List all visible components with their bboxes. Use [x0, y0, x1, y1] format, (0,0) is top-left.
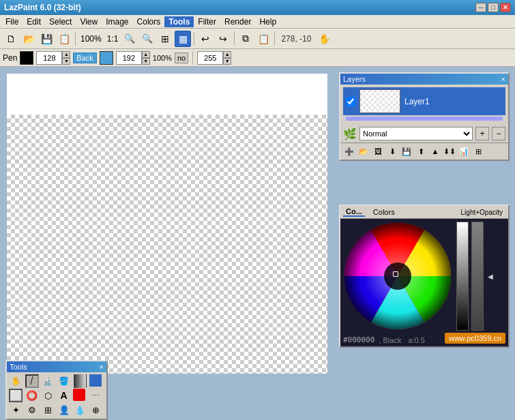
menu-select[interactable]: Select	[45, 16, 76, 27]
layer-zoom-out[interactable]: −	[492, 127, 505, 140]
layer-triangle-button[interactable]: ▲	[428, 145, 442, 158]
layers-list: Layer1	[340, 85, 508, 125]
layer-image-button[interactable]: 🖼	[371, 145, 385, 158]
layer-merge-button[interactable]: ⬇⬇	[443, 145, 456, 158]
close-button[interactable]: ✕	[500, 3, 511, 12]
layer-opacity-bar	[346, 117, 503, 121]
layer-up-button[interactable]: ⬆	[414, 145, 428, 158]
menu-view[interactable]: View	[76, 16, 102, 27]
canvas-white-top	[7, 74, 327, 115]
menu-render[interactable]: Render	[220, 16, 255, 27]
hand-tool[interactable]: ✋	[9, 374, 23, 388]
rect-select-tool[interactable]: ⬜	[9, 389, 23, 402]
pen-size-input[interactable]: 128	[36, 51, 62, 65]
color-pick-tool[interactable]	[89, 374, 102, 387]
pen-color-swatch[interactable]	[20, 51, 33, 65]
layer-save-button[interactable]: 💾	[400, 145, 413, 158]
open-button[interactable]: 📂	[20, 31, 37, 47]
transform-tool[interactable]: ⊕	[89, 403, 103, 417]
menu-tools[interactable]: Tools	[164, 16, 194, 27]
paste-button[interactable]: 📋	[255, 31, 271, 47]
layer-zoom-in[interactable]: +	[475, 127, 489, 140]
pen-size-down[interactable]: ▼	[62, 58, 70, 65]
titlebar-title: LazPaint 6.0 (32-bit)	[4, 3, 81, 12]
pen-size-spinner[interactable]: ▲ ▼	[62, 51, 70, 65]
alpha-up[interactable]: ▲	[223, 51, 231, 58]
alpha-down[interactable]: ▼	[223, 58, 231, 65]
clipboard-button[interactable]: 📋	[56, 31, 72, 47]
zoom-100-label: 100%	[78, 34, 104, 44]
ellipse-select-tool[interactable]: ⭕	[25, 389, 39, 402]
maximize-button[interactable]: □	[488, 3, 499, 12]
colors-tab-co[interactable]: Co...	[343, 207, 365, 217]
zoom-fit-button[interactable]: ⊞	[157, 31, 173, 47]
fill-tool[interactable]: 🪣	[57, 374, 71, 388]
pen-tool[interactable]: /	[25, 374, 39, 388]
no-button[interactable]: no	[175, 52, 188, 63]
text-tool[interactable]: A	[57, 389, 71, 402]
menu-help[interactable]: Help	[255, 16, 280, 27]
layer-open-button[interactable]: 📂	[357, 145, 370, 158]
colors-tab-colors[interactable]: Colors	[370, 208, 398, 216]
lasso-tool[interactable]: ⚙	[25, 403, 39, 417]
opacity-slider-track	[471, 222, 484, 331]
new-button[interactable]: 🗋	[3, 31, 19, 47]
eyedropper-tool[interactable]: 🔬	[41, 374, 55, 388]
minimize-button[interactable]: ─	[475, 3, 486, 12]
layer-down-button[interactable]: ⬇	[385, 145, 399, 158]
spray-tool[interactable]: ⋯	[89, 389, 103, 402]
menu-image[interactable]: Image	[102, 16, 132, 27]
back-color-swatch[interactable]	[100, 51, 113, 65]
back-value-input[interactable]: 192	[116, 51, 142, 65]
color-sliders: ◀	[456, 222, 495, 331]
color-wheel-svg[interactable]	[343, 222, 452, 331]
wand-tool[interactable]: ✦	[9, 403, 23, 417]
layer-grid-button[interactable]: ⊞	[471, 145, 485, 158]
menu-file[interactable]: File	[1, 16, 23, 27]
back-value-spinner[interactable]: ▲ ▼	[142, 51, 150, 65]
back-value-down[interactable]: ▼	[142, 58, 150, 65]
save-button[interactable]: 💾	[38, 31, 55, 47]
zoom-out-button[interactable]: 🔍	[139, 31, 156, 47]
hand-mode-button[interactable]: ✋	[316, 31, 332, 47]
smudge-tool[interactable]: 💧	[73, 403, 87, 417]
polygon-tool[interactable]: ⬡	[41, 389, 55, 402]
color-wheel-container[interactable]	[343, 222, 452, 331]
menu-colors[interactable]: Colors	[133, 16, 165, 27]
layer-item[interactable]: Layer1	[343, 87, 505, 115]
slider-arrow[interactable]: ◀	[486, 222, 495, 331]
layers-panel-close[interactable]: ×	[501, 75, 505, 83]
pen-label: Pen	[3, 53, 17, 63]
gradient-tool[interactable]	[73, 374, 87, 388]
layer-thumbnail	[359, 89, 400, 113]
options-bar: Pen 128 ▲ ▼ Back 192 ▲ ▼ 100% no 255 ▲ ▼	[0, 49, 515, 67]
layers-panel-header: Layers ×	[340, 74, 508, 85]
zoom-in-button[interactable]: 🔍	[121, 31, 138, 47]
toolbar-sep-2	[194, 32, 194, 46]
menu-filter[interactable]: Filter	[194, 16, 220, 27]
crop-tool[interactable]: ⊞	[41, 403, 55, 417]
layer-toolbar: ➕ 📂 🖼 ⬇ 💾 ⬆ ▲ ⬇⬇ 📊 ⊞	[340, 142, 508, 160]
color-wheel-area: ◀	[340, 219, 508, 333]
redo-button[interactable]: ↪	[215, 31, 231, 47]
clone-tool[interactable]: 👤	[57, 403, 71, 417]
view-toggle[interactable]: ▦	[175, 31, 191, 47]
back-value-up[interactable]: ▲	[142, 51, 150, 58]
tools-panel-close[interactable]: ×	[100, 363, 104, 371]
toolbar-sep-1	[75, 32, 76, 46]
lightness-slider-fill	[457, 222, 468, 330]
alpha-spinner[interactable]: ▲ ▼	[223, 51, 231, 65]
layer-chart-button[interactable]: 📊	[457, 145, 471, 158]
alpha-input[interactable]: 255	[197, 51, 223, 65]
layer-visible-checkbox[interactable]	[346, 97, 355, 106]
copy-button[interactable]: ⧉	[237, 31, 254, 47]
menu-edit[interactable]: Edit	[23, 16, 45, 27]
pen-size-up[interactable]: ▲	[62, 51, 70, 58]
erase-tool[interactable]	[73, 389, 85, 401]
layers-panel-title: Layers	[343, 75, 366, 83]
blend-mode-select[interactable]: Normal Multiply Screen	[359, 127, 473, 140]
undo-button[interactable]: ↩	[197, 31, 214, 47]
layer-add-button[interactable]: ➕	[342, 145, 356, 158]
back-button[interactable]: Back	[73, 52, 96, 63]
colors-tab-light[interactable]: Light+Opacity	[458, 209, 505, 216]
